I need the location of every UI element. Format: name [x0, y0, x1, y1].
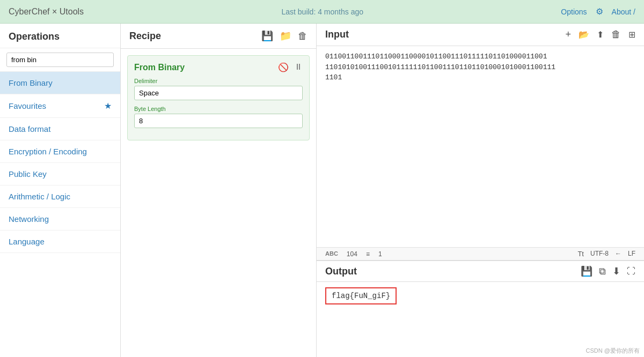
gear-icon[interactable]: ⚙: [596, 6, 603, 17]
recipe-panel: Recipe 💾 📁 🗑 From Binary 🚫 ⏸ Delimiter: [121, 24, 317, 357]
status-encoding: UTF-8: [590, 250, 609, 258]
delimiter-input[interactable]: [134, 86, 303, 100]
sidebar-search-container: [0, 48, 120, 72]
status-lines: 1: [378, 250, 382, 258]
sidebar-item-language[interactable]: Language: [0, 230, 120, 253]
recipe-icons: 💾 📁 🗑: [261, 30, 308, 42]
app-name: Utools: [60, 7, 84, 16]
output-expand-icon[interactable]: ⛶: [627, 266, 635, 276]
sidebar-item-label: From Binary: [9, 78, 53, 87]
output-title: Output: [325, 266, 357, 277]
recipe-body: From Binary 🚫 ⏸ Delimiter Byte Length: [121, 49, 316, 357]
status-left: ABC 104 ≡ 1: [325, 250, 382, 258]
output-content: flag{FuN_giF} CSDN @爱你的所有: [317, 282, 644, 357]
status-lines-icon: ≡: [366, 250, 370, 258]
status-arrow: ←: [615, 250, 621, 258]
input-title: Input: [325, 29, 349, 40]
recipe-save-icon[interactable]: 💾: [261, 30, 273, 42]
recipe-trash-icon[interactable]: 🗑: [298, 31, 308, 42]
sidebar-item-label: Public Key: [9, 169, 47, 178]
input-icons: + 📂 ⬆ 🗑 ⊞: [565, 29, 635, 40]
input-text: 0110011001110110001100001011001110111110…: [325, 53, 555, 81]
input-layout-icon[interactable]: ⊞: [628, 29, 635, 40]
status-count: 104: [347, 250, 357, 258]
recipe-disable-icon[interactable]: 🚫: [278, 62, 289, 72]
input-import-icon[interactable]: ⬆: [597, 29, 604, 40]
build-info: Last build: 4 months ago: [281, 8, 363, 16]
sidebar-item-encryption-encoding[interactable]: Encryption / Encoding: [0, 140, 120, 163]
sidebar-item-label: Encryption / Encoding: [9, 147, 87, 156]
right-panel: Input + 📂 ⬆ 🗑 ⊞ 011001100111011000110000…: [317, 24, 644, 357]
sidebar-item-networking[interactable]: Networking: [0, 208, 120, 230]
sidebar-item-label: Data format: [9, 124, 50, 133]
delimiter-label: Delimiter: [134, 78, 303, 84]
main-layout: Operations From Binary Favourites ★ Data…: [0, 24, 644, 357]
sidebar-item-arithmetic-logic[interactable]: Arithmetic / Logic: [0, 185, 120, 208]
about-link[interactable]: About /: [612, 8, 635, 16]
sidebar-item-public-key[interactable]: Public Key: [0, 163, 120, 185]
recipe-header: Recipe 💾 📁 🗑: [121, 24, 316, 49]
topbar: CyberChef × Utools Last build: 4 months …: [0, 0, 644, 24]
recipe-delimiter-field: Delimiter: [134, 78, 303, 100]
star-icon: ★: [104, 101, 112, 111]
watermark: CSDN @爱你的所有: [586, 347, 640, 355]
output-flag-value: flag{FuN_giF}: [325, 287, 397, 304]
status-font-icon: Tt: [577, 250, 584, 258]
recipe-folder-icon[interactable]: 📁: [280, 30, 291, 42]
status-right: Tt UTF-8 ← LF: [577, 250, 635, 258]
input-statusbar: ABC 104 ≡ 1 Tt UTF-8 ← LF: [317, 247, 644, 260]
topbar-right: Options ⚙ About /: [561, 6, 635, 17]
input-content[interactable]: 0110011001110110001100001011001110111110…: [317, 46, 644, 247]
status-line-ending: LF: [628, 250, 635, 258]
output-export-icon[interactable]: ⬇: [612, 265, 620, 277]
input-header: Input + 📂 ⬆ 🗑 ⊞: [317, 24, 644, 46]
brand-name: CyberChef: [9, 7, 49, 16]
brand-separator: ×: [52, 7, 60, 16]
input-section: Input + 📂 ⬆ 🗑 ⊞ 011001100111011000110000…: [317, 24, 644, 261]
output-section: Output 💾 ⧉ ⬇ ⛶ flag{FuN_giF} CSDN @爱你的所有: [317, 261, 644, 357]
recipe-pause-icon[interactable]: ⏸: [294, 62, 303, 72]
sidebar-item-label: Language: [9, 237, 45, 246]
output-icons: 💾 ⧉ ⬇ ⛶: [581, 265, 635, 277]
sidebar-item-label: Favourites: [9, 101, 46, 110]
status-abc: ABC: [325, 250, 338, 258]
input-add-icon[interactable]: +: [565, 29, 571, 40]
recipe-card-from-binary: From Binary 🚫 ⏸ Delimiter Byte Length: [127, 55, 310, 140]
sidebar-item-from-binary[interactable]: From Binary: [0, 72, 120, 94]
search-input[interactable]: [6, 53, 114, 67]
recipe-byte-length-field: Byte Length: [134, 106, 303, 128]
input-trash-icon[interactable]: 🗑: [611, 29, 621, 40]
recipe-card-header: From Binary 🚫 ⏸: [134, 62, 303, 72]
sidebar-item-label: Networking: [9, 214, 49, 224]
output-header: Output 💾 ⧉ ⬇ ⛶: [317, 261, 644, 282]
output-save-icon[interactable]: 💾: [581, 265, 592, 277]
byte-length-input[interactable]: [134, 114, 303, 128]
byte-length-label: Byte Length: [134, 106, 303, 112]
sidebar-item-data-format[interactable]: Data format: [0, 118, 120, 140]
sidebar-item-favourites[interactable]: Favourites ★: [0, 94, 120, 118]
sidebar: Operations From Binary Favourites ★ Data…: [0, 24, 121, 357]
brand: CyberChef × Utools: [9, 7, 84, 17]
input-folder-icon[interactable]: 📂: [579, 29, 589, 40]
sidebar-title: Operations: [0, 24, 120, 48]
output-copy-icon[interactable]: ⧉: [599, 266, 606, 277]
recipe-title: Recipe: [129, 31, 161, 42]
options-link[interactable]: Options: [561, 8, 587, 16]
sidebar-item-label: Arithmetic / Logic: [9, 192, 70, 201]
recipe-card-actions: 🚫 ⏸: [278, 62, 303, 72]
recipe-card-title: From Binary: [134, 63, 185, 72]
